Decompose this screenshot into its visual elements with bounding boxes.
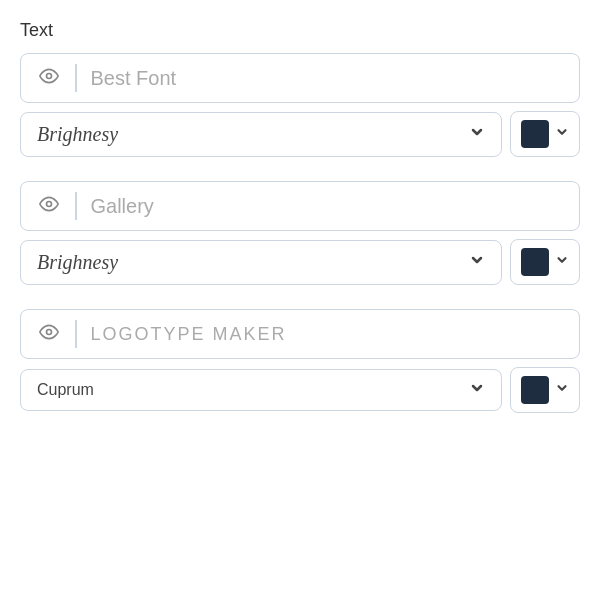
color-chevron-icon-1 xyxy=(555,125,569,143)
font-name-1: Best Font xyxy=(91,67,566,90)
font-divider xyxy=(75,192,77,220)
svg-point-1 xyxy=(47,202,52,207)
font-selector-label-2: Brighnesy xyxy=(37,251,118,274)
chevron-down-icon-1 xyxy=(469,124,485,144)
controls-row-3: Cuprum xyxy=(20,367,580,413)
font-divider xyxy=(75,64,77,92)
chevron-down-icon-2 xyxy=(469,252,485,272)
eye-icon[interactable] xyxy=(35,66,75,90)
section-label: Text xyxy=(20,20,580,41)
color-swatch-2 xyxy=(521,248,549,276)
color-chevron-icon-2 xyxy=(555,253,569,271)
font-selector-label-3: Cuprum xyxy=(37,381,94,399)
section-container: Text Best FontBrighnesy GalleryBrighnesy… xyxy=(20,20,580,413)
svg-point-0 xyxy=(47,74,52,79)
chevron-down-icon-3 xyxy=(469,380,485,400)
controls-row-1: Brighnesy xyxy=(20,111,580,157)
color-selector-3[interactable] xyxy=(510,367,580,413)
font-divider xyxy=(75,320,77,348)
font-name-3: LOGOTYPE MAKER xyxy=(91,324,566,345)
text-group-3: LOGOTYPE MAKERCuprum xyxy=(20,309,580,413)
font-display-row-3[interactable]: LOGOTYPE MAKER xyxy=(20,309,580,359)
font-selector-label-1: Brighnesy xyxy=(37,123,118,146)
font-selector-2[interactable]: Brighnesy xyxy=(20,240,502,285)
font-display-row-2[interactable]: Gallery xyxy=(20,181,580,231)
svg-point-2 xyxy=(47,330,52,335)
eye-icon[interactable] xyxy=(35,322,75,346)
color-selector-2[interactable] xyxy=(510,239,580,285)
font-selector-1[interactable]: Brighnesy xyxy=(20,112,502,157)
text-group-2: GalleryBrighnesy xyxy=(20,181,580,285)
font-display-row-1[interactable]: Best Font xyxy=(20,53,580,103)
text-group-1: Best FontBrighnesy xyxy=(20,53,580,157)
color-swatch-3 xyxy=(521,376,549,404)
font-selector-3[interactable]: Cuprum xyxy=(20,369,502,411)
font-name-2: Gallery xyxy=(91,195,566,218)
controls-row-2: Brighnesy xyxy=(20,239,580,285)
color-chevron-icon-3 xyxy=(555,381,569,399)
color-swatch-1 xyxy=(521,120,549,148)
color-selector-1[interactable] xyxy=(510,111,580,157)
eye-icon[interactable] xyxy=(35,194,75,218)
